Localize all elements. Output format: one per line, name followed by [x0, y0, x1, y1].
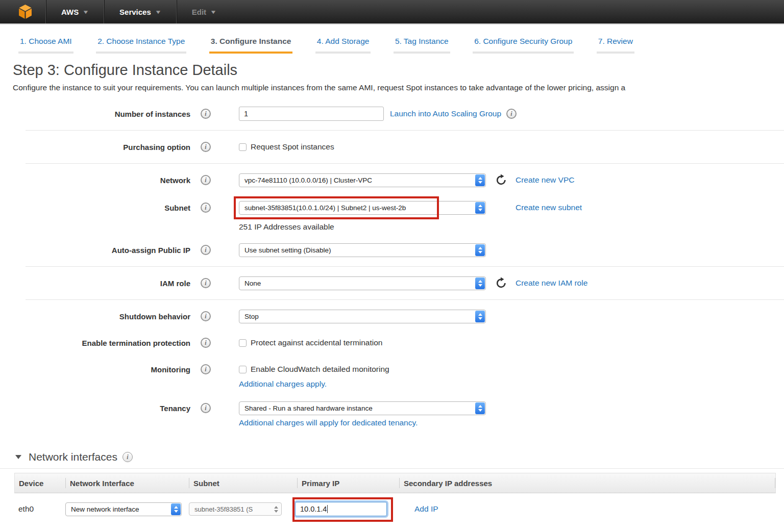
number-of-instances-value: 1: [244, 110, 248, 118]
refresh-icon[interactable]: [495, 277, 507, 289]
nav-menu-services[interactable]: Services ▼: [104, 0, 176, 23]
row-iam-role: IAM role i None Create new IAM role: [0, 275, 784, 291]
nav-menu-aws[interactable]: AWS ▼: [46, 0, 104, 23]
row-number-of-instances: Number of instances i 1 Launch into Auto…: [0, 106, 784, 122]
termination-protection-checkbox[interactable]: [239, 339, 247, 347]
tab-add-storage[interactable]: 4. Add Storage: [315, 37, 371, 54]
tenancy-value: Shared - Run a shared hardware instance: [244, 404, 373, 412]
primary-ip-input[interactable]: 10.0.1.4: [295, 502, 387, 516]
divider: [26, 163, 784, 164]
row-network: Network i vpc-74e81110 (10.0.0.0/16) | C…: [0, 172, 784, 188]
add-ip-link[interactable]: Add IP: [414, 504, 438, 514]
info-icon[interactable]: i: [201, 202, 211, 213]
tab-review[interactable]: 7. Review: [597, 37, 634, 54]
info-icon[interactable]: i: [201, 245, 211, 255]
page-description: Configure the instance to suit your requ…: [13, 83, 784, 92]
divider: [26, 130, 784, 131]
tab-tag-instance[interactable]: 5. Tag Instance: [394, 37, 450, 54]
iam-role-select[interactable]: None: [239, 276, 486, 290]
aws-cube-icon: [18, 4, 32, 19]
row-subnet: Subnet i subnet-35f83851(10.0.1.0/24) | …: [0, 199, 784, 216]
iam-role-label: IAM role: [0, 279, 190, 288]
shutdown-behavior-label: Shutdown behavior: [0, 312, 190, 321]
cloudwatch-monitoring-checkbox-label: Enable CloudWatch detailed monitoring: [251, 365, 389, 374]
subnet-select[interactable]: subnet-35f83851(10.0.1.0/24) | Subnet2 |…: [239, 201, 486, 215]
tenancy-select[interactable]: Shared - Run a shared hardware instance: [239, 401, 486, 415]
info-icon[interactable]: i: [201, 311, 211, 321]
nav-services-label: Services: [119, 8, 151, 16]
wizard-step-tabs: 1. Choose AMI 2. Choose Instance Type 3.…: [0, 24, 784, 54]
shutdown-behavior-select[interactable]: Stop: [239, 310, 486, 323]
launch-auto-scaling-link[interactable]: Launch into Auto Scaling Group: [390, 109, 501, 118]
create-new-subnet-link[interactable]: Create new subnet: [516, 203, 582, 212]
dedicated-tenancy-charges-link[interactable]: Additional charges will apply for dedica…: [239, 418, 418, 427]
column-header-device: Device: [15, 473, 66, 493]
configure-instance-form: Number of instances i 1 Launch into Auto…: [0, 106, 784, 427]
auto-assign-public-ip-label: Auto-assign Public IP: [0, 246, 190, 255]
select-chevrons-icon: [475, 277, 485, 289]
network-interfaces-section-header: Network interfaces i: [15, 451, 784, 463]
auto-assign-public-ip-select[interactable]: Use subnet setting (Disable): [239, 243, 486, 257]
cloudwatch-monitoring-checkbox[interactable]: [239, 366, 247, 373]
number-of-instances-input[interactable]: 1: [239, 107, 384, 121]
info-icon[interactable]: i: [201, 175, 211, 185]
column-header-subnet: Subnet: [189, 473, 298, 493]
row-auto-assign-public-ip: Auto-assign Public IP i Use subnet setti…: [0, 242, 784, 258]
nav-edit-label: Edit: [192, 8, 206, 16]
info-icon[interactable]: i: [506, 109, 517, 119]
row-subnet-value: subnet-35f83851 (S: [194, 505, 253, 513]
select-chevrons-icon: [475, 311, 485, 322]
select-chevrons-icon: [475, 402, 485, 414]
collapse-triangle-icon[interactable]: [15, 455, 21, 459]
select-chevrons-icon: [271, 503, 281, 515]
table-row: eth0 New network interface subnet-35f838…: [14, 493, 776, 525]
aws-logo[interactable]: [0, 0, 45, 23]
text-cursor: [327, 505, 328, 513]
row-purchasing-option: Purchasing option i Request Spot instanc…: [0, 139, 784, 155]
info-icon[interactable]: i: [201, 338, 211, 348]
device-cell: eth0: [14, 504, 65, 514]
info-icon[interactable]: i: [201, 142, 211, 152]
request-spot-instances-checkbox[interactable]: [239, 143, 247, 151]
network-select-value: vpc-74e81110 (10.0.0.0/16) | Cluster-VPC: [244, 176, 372, 184]
top-nav-bar: AWS ▼ Services ▼ Edit ▼: [0, 0, 784, 24]
select-chevrons-icon: [475, 174, 485, 186]
info-icon[interactable]: i: [122, 452, 133, 462]
table-header-row: Device Network Interface Subnet Primary …: [14, 473, 776, 493]
info-icon[interactable]: i: [201, 109, 211, 119]
network-interfaces-table: Device Network Interface Subnet Primary …: [14, 473, 776, 525]
iam-role-value: None: [244, 280, 261, 287]
network-select[interactable]: vpc-74e81110 (10.0.0.0/16) | Cluster-VPC: [239, 173, 486, 187]
chevron-down-icon: ▼: [82, 9, 89, 15]
network-interface-value: New network interface: [71, 505, 139, 513]
nav-menu-edit[interactable]: Edit ▼: [177, 0, 231, 23]
tab-choose-instance-type[interactable]: 2. Choose Instance Type: [96, 37, 186, 54]
purchasing-option-label: Purchasing option: [0, 143, 190, 151]
row-tenancy: Tenancy i Shared - Run a shared hardware…: [0, 400, 784, 416]
nav-aws-label: AWS: [61, 8, 79, 16]
create-new-vpc-link[interactable]: Create new VPC: [516, 175, 574, 185]
row-shutdown-behavior: Shutdown behavior i Stop: [0, 308, 784, 324]
row-subnet-select[interactable]: subnet-35f83851 (S: [189, 502, 282, 516]
select-chevrons-icon: [475, 202, 485, 214]
column-header-primary-ip: Primary IP: [298, 473, 400, 493]
row-monitoring: Monitoring i Enable CloudWatch detailed …: [0, 361, 784, 377]
primary-ip-value: 10.0.1.4: [300, 505, 327, 513]
refresh-icon[interactable]: [495, 174, 507, 186]
info-icon[interactable]: i: [201, 403, 211, 413]
termination-protection-checkbox-label: Protect against accidental termination: [251, 338, 382, 347]
create-new-iam-role-link[interactable]: Create new IAM role: [516, 278, 587, 288]
info-icon[interactable]: i: [201, 278, 211, 288]
auto-assign-public-ip-value: Use subnet setting (Disable): [244, 246, 331, 254]
network-interface-select[interactable]: New network interface: [65, 502, 182, 516]
number-of-instances-label: Number of instances: [0, 110, 190, 118]
tab-choose-ami[interactable]: 1. Choose AMI: [18, 37, 74, 54]
page-title: Step 3: Configure Instance Details: [13, 62, 784, 79]
tab-configure-security-group[interactable]: 6. Configure Security Group: [473, 37, 574, 54]
additional-charges-apply-link[interactable]: Additional charges apply.: [239, 379, 327, 388]
tenancy-label: Tenancy: [0, 404, 190, 413]
divider: [26, 266, 784, 267]
info-icon[interactable]: i: [201, 364, 211, 374]
column-header-network-interface: Network Interface: [66, 473, 189, 493]
tab-configure-instance[interactable]: 3. Configure Instance: [209, 37, 293, 54]
